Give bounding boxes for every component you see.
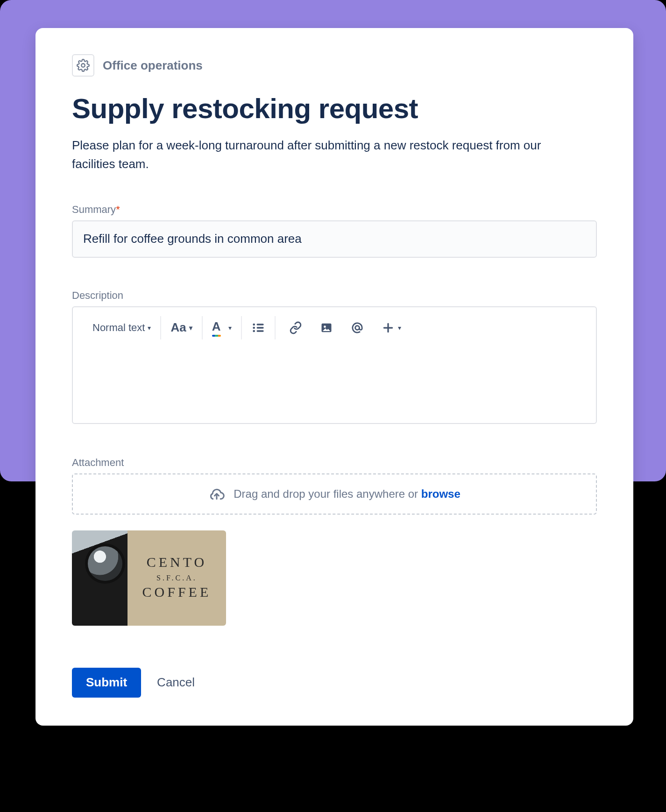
attachment-dropzone[interactable]: Drag and drop your files anywhere or bro… <box>72 473 597 515</box>
editor-toolbar: Normal text ▾ Aa ▾ A ▾ <box>73 307 596 348</box>
text-color-icon: A <box>212 319 221 336</box>
svg-rect-6 <box>256 330 263 332</box>
link-button[interactable] <box>289 321 303 335</box>
text-color-dropdown[interactable]: A ▾ <box>212 319 232 336</box>
summary-label-text: Summary <box>72 204 116 215</box>
cancel-button[interactable]: Cancel <box>157 675 195 690</box>
chevron-down-icon: ▾ <box>398 324 401 332</box>
summary-label: Summary* <box>72 204 597 216</box>
text-format-icon: Aa <box>170 320 186 335</box>
svg-rect-2 <box>256 324 263 325</box>
svg-point-1 <box>253 323 255 325</box>
insert-more-dropdown[interactable]: ▾ <box>381 321 401 335</box>
image-icon <box>319 321 333 335</box>
text-style-dropdown[interactable]: Normal text ▾ <box>92 322 151 334</box>
image-button[interactable] <box>319 321 333 335</box>
text-formatting-dropdown[interactable]: Aa ▾ <box>170 320 192 335</box>
description-textarea[interactable] <box>73 348 596 423</box>
gear-icon <box>72 54 94 77</box>
svg-point-0 <box>81 64 85 67</box>
svg-point-8 <box>324 325 326 328</box>
bullet-list-icon <box>251 321 265 335</box>
thumbnail-photo-right: CENTO S.F.C.A. COFFEE <box>128 530 226 626</box>
thumbnail-text-3: COFFEE <box>142 583 212 602</box>
svg-rect-4 <box>256 327 263 329</box>
page-description: Please plan for a week-long turnaround a… <box>72 136 548 174</box>
rich-text-editor: Normal text ▾ Aa ▾ A ▾ <box>72 306 597 424</box>
dropzone-static-text: Drag and drop your files anywhere or <box>234 487 421 500</box>
project-name: Office operations <box>103 58 203 73</box>
summary-input[interactable] <box>72 220 597 258</box>
chevron-down-icon: ▾ <box>228 324 232 332</box>
svg-point-3 <box>253 326 255 329</box>
text-style-label: Normal text <box>92 322 145 334</box>
svg-point-5 <box>253 330 255 332</box>
mention-button[interactable] <box>350 321 364 335</box>
chevron-down-icon: ▾ <box>189 324 192 332</box>
form-actions: Submit Cancel <box>72 668 597 698</box>
link-icon <box>289 321 303 335</box>
thumbnail-text-2: S.F.C.A. <box>142 573 212 583</box>
at-sign-icon <box>350 321 364 335</box>
thumbnail-photo-left <box>72 530 128 626</box>
description-label: Description <box>72 289 597 302</box>
submit-button[interactable]: Submit <box>72 668 141 698</box>
request-form-card: Office operations Supply restocking requ… <box>35 28 633 726</box>
page-title: Supply restocking request <box>72 92 597 125</box>
required-indicator: * <box>116 204 120 215</box>
browse-link[interactable]: browse <box>421 487 461 500</box>
attachment-thumbnail[interactable]: CENTO S.F.C.A. COFFEE <box>72 530 226 626</box>
dropzone-text: Drag and drop your files anywhere or bro… <box>234 487 461 501</box>
chevron-down-icon: ▾ <box>148 324 151 332</box>
plus-icon <box>381 321 395 335</box>
attachment-label: Attachment <box>72 457 597 469</box>
project-breadcrumb: Office operations <box>72 54 597 77</box>
cloud-upload-icon <box>208 486 225 502</box>
thumbnail-text-1: CENTO <box>142 553 212 572</box>
list-button[interactable] <box>251 321 265 335</box>
